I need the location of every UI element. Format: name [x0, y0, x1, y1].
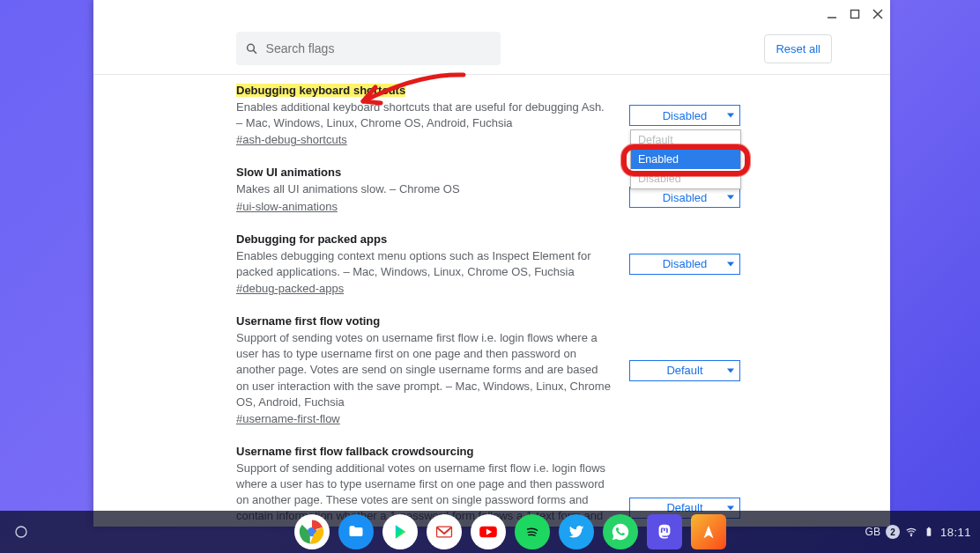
svg-point-6 [16, 527, 26, 537]
flags-list: Debugging keyboard shortcuts Enables add… [93, 75, 890, 527]
flags-toolbar: Reset all [93, 28, 890, 75]
app-mastodon-icon[interactable] [647, 514, 682, 549]
tray-language[interactable]: GB [865, 526, 880, 538]
reset-all-button[interactable]: Reset all [764, 34, 832, 63]
dropdown-option[interactable]: Default [631, 130, 740, 150]
browser-window: Reset all Debugging keyboard shortcuts E… [93, 0, 890, 527]
shelf-apps [294, 514, 726, 549]
chromeos-shelf: GB 2 18:11 [0, 511, 980, 553]
svg-point-14 [910, 535, 911, 536]
flag-select[interactable]: Disabled [629, 105, 740, 126]
dropdown-option-selected[interactable]: Enabled [631, 150, 740, 169]
flag-row: Username first flow voting Support of se… [236, 314, 742, 425]
app-files-icon[interactable] [338, 514, 374, 549]
app-playstore-icon[interactable] [382, 514, 418, 549]
minimize-icon[interactable] [827, 9, 837, 19]
flag-anchor-link[interactable]: #username-first-flow [236, 412, 340, 425]
svg-rect-16 [928, 527, 930, 528]
app-spotify-icon[interactable] [515, 514, 550, 549]
flag-title: Debugging keyboard shortcuts [236, 84, 405, 97]
flag-description: Enables additional keyboard shortcuts th… [236, 100, 611, 131]
app-youtube-icon[interactable] [471, 514, 506, 549]
wifi-icon [905, 526, 917, 538]
app-chrome-icon[interactable] [294, 514, 330, 549]
search-input[interactable] [266, 41, 492, 55]
maximize-icon[interactable] [850, 9, 860, 19]
flag-title: Username first flow voting [236, 314, 380, 328]
flag-row: Debugging for packed apps Enables debugg… [236, 232, 742, 295]
search-flags[interactable] [236, 32, 501, 65]
app-game-icon[interactable] [691, 514, 726, 549]
svg-marker-9 [396, 525, 406, 539]
app-gmail-icon[interactable] [427, 514, 462, 549]
search-icon [245, 41, 259, 56]
flag-description: Enables debugging context menu options s… [236, 248, 611, 280]
app-twitter-icon[interactable] [559, 514, 594, 549]
flag-select[interactable]: Disabled [629, 187, 740, 208]
flag-title: Debugging for packed apps [236, 232, 387, 246]
flag-anchor-link[interactable]: #debug-packed-apps [236, 282, 344, 295]
launcher-button[interactable] [2, 511, 41, 553]
tray-clock[interactable]: 18:11 [940, 526, 971, 539]
dropdown-option[interactable]: Disabled [631, 169, 740, 188]
flag-select[interactable]: Default [629, 360, 740, 381]
svg-marker-13 [704, 526, 714, 539]
tray-notification-badge[interactable]: 2 [886, 525, 900, 539]
titlebar [93, 0, 890, 28]
flag-anchor-link[interactable]: #ash-debug-shortcuts [236, 133, 347, 146]
svg-line-5 [253, 50, 256, 54]
close-icon[interactable] [872, 9, 883, 19]
svg-point-4 [248, 44, 255, 51]
app-whatsapp-icon[interactable] [603, 514, 638, 549]
svg-rect-15 [927, 528, 932, 536]
system-tray[interactable]: GB 2 18:11 [865, 511, 971, 553]
flag-select-dropdown[interactable]: Default Enabled Disabled [630, 129, 741, 189]
svg-rect-1 [851, 11, 859, 18]
flag-description: Support of sending votes on username fir… [236, 330, 611, 410]
flag-description: Makes all UI animations slow. – Chrome O… [236, 181, 611, 197]
flag-title: Username first flow fallback crowdsourci… [236, 445, 473, 458]
flag-title: Slow UI animations [236, 166, 341, 179]
battery-icon [923, 526, 935, 538]
flag-select[interactable]: Disabled [629, 254, 740, 275]
flag-anchor-link[interactable]: #ui-slow-animations [236, 200, 338, 213]
